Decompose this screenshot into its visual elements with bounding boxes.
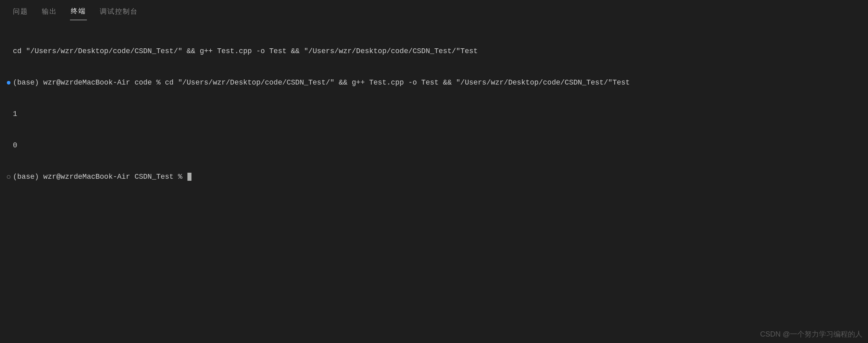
terminal-text: cd "/Users/wzr/Desktop/code/CSDN_Test/" … <box>12 46 478 56</box>
panel-tabs: 问题 输出 终端 调试控制台 <box>0 0 868 20</box>
terminal-line: cd "/Users/wzr/Desktop/code/CSDN_Test/" … <box>5 46 868 56</box>
terminal-line: 1 <box>5 109 868 119</box>
terminal-line: 0 <box>5 140 868 151</box>
terminal-line: (base) wzr@wzrdeMacBook-Air CSDN_Test % <box>5 172 868 182</box>
watermark: CSDN @一个努力学习编程的人 <box>760 329 862 339</box>
cursor-icon <box>187 173 191 181</box>
terminal-text: 1 <box>12 109 17 119</box>
terminal-line: (base) wzr@wzrdeMacBook-Air code % cd "/… <box>5 77 868 88</box>
tab-problems[interactable]: 问题 <box>12 4 29 20</box>
terminal-text: 0 <box>12 140 17 151</box>
terminal-output[interactable]: cd "/Users/wzr/Desktop/code/CSDN_Test/" … <box>0 20 868 192</box>
terminal-prompt[interactable]: (base) wzr@wzrdeMacBook-Air CSDN_Test % <box>12 172 191 182</box>
tab-terminal[interactable]: 终端 <box>70 4 87 20</box>
command-marker-icon <box>7 81 10 85</box>
tab-debug-console[interactable]: 调试控制台 <box>99 4 139 20</box>
terminal-text: (base) wzr@wzrdeMacBook-Air code % cd "/… <box>12 77 630 88</box>
prompt-marker-icon <box>7 175 10 179</box>
tab-output[interactable]: 输出 <box>41 4 58 20</box>
